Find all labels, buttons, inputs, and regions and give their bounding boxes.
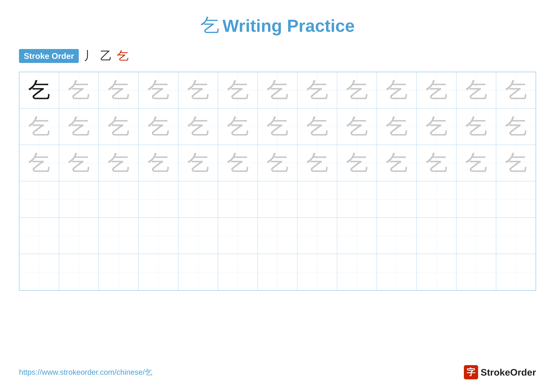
- grid-cell-r3c2[interactable]: 乞: [59, 145, 99, 181]
- grid-cell-r3c13[interactable]: 乞: [496, 145, 536, 181]
- grid-cell-r1c2[interactable]: 乞: [59, 72, 99, 108]
- grid-cell-r3c12[interactable]: 乞: [456, 145, 496, 181]
- grid-cell-r4c2[interactable]: [59, 181, 99, 218]
- footer: https://www.strokeorder.com/chinese/乞 字 …: [19, 365, 536, 379]
- grid-cell-r1c6[interactable]: 乞: [218, 72, 258, 108]
- grid-cell-r4c6[interactable]: [218, 181, 258, 218]
- page-title: Writing Practice: [222, 16, 355, 36]
- grid-cell-r6c13[interactable]: [496, 254, 536, 290]
- grid-row-5: [19, 218, 536, 254]
- grid-cell-r5c11[interactable]: [417, 218, 456, 254]
- grid-row-4: [19, 181, 536, 218]
- grid-cell-r3c5[interactable]: 乞: [178, 145, 218, 181]
- grid-cell-r3c8[interactable]: 乞: [297, 145, 337, 181]
- page: 乞Writing Practice Stroke Order 丿 乙 乞 乞 乞…: [0, 0, 555, 392]
- grid-cell-r2c3[interactable]: 乞: [99, 108, 139, 145]
- stroke-order-badge: Stroke Order: [19, 49, 79, 63]
- grid-cell-r4c1[interactable]: [19, 181, 59, 218]
- grid-cell-r6c12[interactable]: [456, 254, 496, 290]
- stroke-2: 乙: [100, 48, 112, 64]
- grid-cell-r5c10[interactable]: [377, 218, 416, 254]
- grid-cell-r1c1[interactable]: 乞: [19, 72, 59, 108]
- grid-cell-r1c8[interactable]: 乞: [297, 72, 337, 108]
- grid-cell-r6c2[interactable]: [59, 254, 99, 290]
- grid-cell-r3c11[interactable]: 乞: [417, 145, 456, 181]
- grid-cell-r5c9[interactable]: [337, 218, 377, 254]
- stroke-1: 丿: [84, 48, 95, 64]
- grid-cell-r4c12[interactable]: [456, 181, 496, 218]
- grid-cell-r4c3[interactable]: [99, 181, 139, 218]
- grid-cell-r6c5[interactable]: [178, 254, 218, 290]
- grid-cell-r3c4[interactable]: 乞: [139, 145, 178, 181]
- stroke-3: 乞: [117, 48, 129, 64]
- grid-cell-r3c1[interactable]: 乞: [19, 145, 59, 181]
- stroke-order-row: Stroke Order 丿 乙 乞: [19, 48, 536, 64]
- grid-cell-r1c3[interactable]: 乞: [99, 72, 139, 108]
- grid-cell-r5c5[interactable]: [178, 218, 218, 254]
- grid-cell-r6c8[interactable]: [297, 254, 337, 290]
- logo-icon: 字: [464, 365, 478, 379]
- grid-cell-r3c6[interactable]: 乞: [218, 145, 258, 181]
- grid-cell-r4c7[interactable]: [258, 181, 297, 218]
- grid-cell-r5c2[interactable]: [59, 218, 99, 254]
- grid-cell-r3c3[interactable]: 乞: [99, 145, 139, 181]
- grid-cell-r4c5[interactable]: [178, 181, 218, 218]
- grid-cell-r5c3[interactable]: [99, 218, 139, 254]
- footer-url[interactable]: https://www.strokeorder.com/chinese/乞: [19, 367, 152, 377]
- grid-cell-r1c10[interactable]: 乞: [377, 72, 416, 108]
- grid-cell-r1c11[interactable]: 乞: [417, 72, 456, 108]
- grid-cell-r1c7[interactable]: 乞: [258, 72, 297, 108]
- grid-cell-r1c9[interactable]: 乞: [337, 72, 377, 108]
- grid-cell-r2c9[interactable]: 乞: [337, 108, 377, 145]
- grid-cell-r5c4[interactable]: [139, 218, 178, 254]
- grid-cell-r2c6[interactable]: 乞: [218, 108, 258, 145]
- practice-grid: 乞 乞 乞 乞 乞 乞 乞 乞 乞 乞 乞 乞 乞 乞 乞 乞 乞 乞 乞 乞 …: [19, 72, 536, 291]
- grid-cell-r1c5[interactable]: 乞: [178, 72, 218, 108]
- grid-cell-r6c10[interactable]: [377, 254, 416, 290]
- grid-cell-r2c10[interactable]: 乞: [377, 108, 416, 145]
- grid-cell-r4c9[interactable]: [337, 181, 377, 218]
- grid-cell-r6c11[interactable]: [417, 254, 456, 290]
- grid-cell-r4c11[interactable]: [417, 181, 456, 218]
- grid-cell-r3c10[interactable]: 乞: [377, 145, 416, 181]
- grid-cell-r5c8[interactable]: [297, 218, 337, 254]
- grid-cell-r2c11[interactable]: 乞: [417, 108, 456, 145]
- footer-logo: 字 StrokeOrder: [464, 365, 536, 379]
- grid-cell-r5c13[interactable]: [496, 218, 536, 254]
- grid-cell-r4c8[interactable]: [297, 181, 337, 218]
- grid-cell-r6c7[interactable]: [258, 254, 297, 290]
- grid-cell-r5c7[interactable]: [258, 218, 297, 254]
- grid-cell-r1c13[interactable]: 乞: [496, 72, 536, 108]
- title-character: 乞: [200, 15, 219, 36]
- grid-cell-r5c12[interactable]: [456, 218, 496, 254]
- grid-cell-r1c4[interactable]: 乞: [139, 72, 178, 108]
- grid-cell-r6c3[interactable]: [99, 254, 139, 290]
- grid-cell-r6c1[interactable]: [19, 254, 59, 290]
- grid-cell-r2c2[interactable]: 乞: [59, 108, 99, 145]
- title-row: 乞Writing Practice: [19, 13, 536, 38]
- grid-cell-r3c9[interactable]: 乞: [337, 145, 377, 181]
- grid-cell-r1c12[interactable]: 乞: [456, 72, 496, 108]
- grid-cell-r2c4[interactable]: 乞: [139, 108, 178, 145]
- logo-text: StrokeOrder: [481, 367, 536, 378]
- grid-cell-r6c9[interactable]: [337, 254, 377, 290]
- grid-cell-r3c7[interactable]: 乞: [258, 145, 297, 181]
- grid-cell-r2c5[interactable]: 乞: [178, 108, 218, 145]
- grid-cell-r5c1[interactable]: [19, 218, 59, 254]
- grid-row-2: 乞 乞 乞 乞 乞 乞 乞 乞 乞 乞 乞 乞 乞: [19, 108, 536, 145]
- grid-row-6: [19, 254, 536, 290]
- grid-cell-r4c4[interactable]: [139, 181, 178, 218]
- grid-row-1: 乞 乞 乞 乞 乞 乞 乞 乞 乞 乞 乞 乞 乞: [19, 72, 536, 108]
- grid-cell-r2c12[interactable]: 乞: [456, 108, 496, 145]
- grid-cell-r2c7[interactable]: 乞: [258, 108, 297, 145]
- grid-cell-r6c6[interactable]: [218, 254, 258, 290]
- grid-cell-r2c8[interactable]: 乞: [297, 108, 337, 145]
- grid-cell-r4c13[interactable]: [496, 181, 536, 218]
- grid-cell-r2c13[interactable]: 乞: [496, 108, 536, 145]
- grid-row-3: 乞 乞 乞 乞 乞 乞 乞 乞 乞 乞 乞 乞 乞: [19, 145, 536, 181]
- grid-cell-r5c6[interactable]: [218, 218, 258, 254]
- grid-cell-r2c1[interactable]: 乞: [19, 108, 59, 145]
- grid-cell-r6c4[interactable]: [139, 254, 178, 290]
- grid-cell-r4c10[interactable]: [377, 181, 416, 218]
